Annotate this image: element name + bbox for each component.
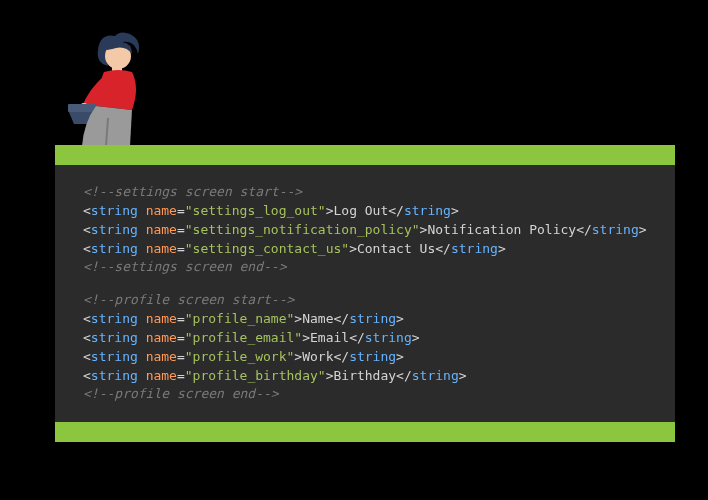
code-block: <!--settings screen start--> <string nam…: [55, 165, 675, 422]
code-line: <string name="profile_email">Email</stri…: [83, 330, 420, 345]
code-line: <string name="profile_birthday">Birthday…: [83, 368, 467, 383]
code-line: <string name="settings_contact_us">Conta…: [83, 241, 506, 256]
code-line: <string name="settings_log_out">Log Out<…: [83, 203, 459, 218]
comment-line: <!--profile screen end-->: [83, 386, 279, 401]
code-line: <string name="settings_notification_poli…: [83, 222, 647, 237]
comment-line: <!--profile screen start-->: [83, 292, 294, 307]
comment-line: <!--settings screen start-->: [83, 184, 302, 199]
code-line: <string name="profile_work">Work</string…: [83, 349, 404, 364]
code-line: <string name="profile_name">Name</string…: [83, 311, 404, 326]
frame-bottom-bar: [55, 422, 675, 442]
comment-line: <!--settings screen end-->: [83, 259, 287, 274]
frame-top-bar: [55, 145, 675, 165]
code-frame: <!--settings screen start--> <string nam…: [55, 145, 675, 442]
svg-rect-3: [68, 104, 96, 112]
